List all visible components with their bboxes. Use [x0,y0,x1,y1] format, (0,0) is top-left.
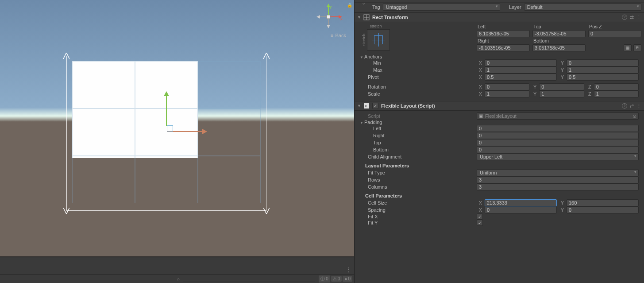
padding-bottom[interactable] [477,146,639,153]
help-icon[interactable]: ? [622,103,627,109]
spacing-y[interactable] [567,206,639,213]
svg-text:#: # [365,104,367,108]
padding-top[interactable] [477,139,639,146]
layout-parameters-heading: Layout Parameters [357,160,641,169]
info-icon: ⓘ [320,276,325,282]
axis-y-label: y [330,4,332,9]
padding-left[interactable] [477,125,639,132]
scale-z[interactable] [594,90,639,97]
panel-menu-icon[interactable]: ⋮ [345,266,351,273]
search-icon: ⌕ [177,276,180,281]
right-field[interactable] [477,44,530,51]
child-alignment-dropdown[interactable]: Upper Left [477,153,639,160]
error-icon: ● [344,276,347,281]
scene-view[interactable]: 🔒 y x ≡ Back [0,0,354,283]
rotation-z[interactable] [594,83,639,90]
orientation-gizmo[interactable]: y x ≡ Back [311,4,346,38]
anchor-min-x[interactable] [485,59,557,66]
svg-marker-5 [316,15,320,19]
cell-size-y[interactable] [567,199,639,206]
padding-right[interactable] [477,132,639,139]
fit-type-dropdown[interactable]: Uniform [477,169,639,176]
object-picker-icon[interactable]: ⊙ [632,113,636,119]
pivot-x[interactable] [485,74,557,81]
raw-edit-button[interactable]: R [633,44,641,51]
preset-icon[interactable]: ⇄ [630,15,634,20]
fold-icon[interactable]: ▼ [360,121,364,125]
bottom-field[interactable] [532,44,586,51]
anchor-min-y[interactable] [567,59,639,66]
rotation-y[interactable] [539,83,584,90]
stretch-h-label: stretch [370,24,382,28]
move-gizmo-xy[interactable] [167,125,173,132]
scale-x[interactable] [485,90,529,97]
tag-dropdown[interactable]: Untagged [383,4,500,11]
cell-parameters-heading: Cell Parameters [357,190,641,199]
inspector-panel: ⌄ Tag Untagged Layer Default ▼ Rect Tran… [354,0,644,283]
component-menu-icon[interactable]: ⋮ [636,15,641,20]
svg-marker-7 [327,25,330,28]
rect-transform-header[interactable]: ▼ Rect Transform ? ⇄ ⋮ [355,12,644,22]
rows-field[interactable] [477,176,639,183]
info-count[interactable]: ⓘ0 [319,275,330,283]
blueprint-mode-button[interactable]: ▦ [624,44,632,51]
cs-script-icon: ▣ [479,114,483,118]
tag-label: Tag [372,4,380,10]
pivot-y[interactable] [567,74,639,81]
layer-label: Layer [509,4,521,10]
left-field[interactable] [477,30,530,37]
warning-count[interactable]: ⚠0 [331,276,342,282]
posz-field[interactable] [588,30,641,37]
anchor-max-y[interactable] [567,66,639,74]
layer-dropdown[interactable]: Default [524,4,641,11]
flexible-layout-header[interactable]: ▼ # Flexible Layout (Script) ? ⇄ ⋮ [355,101,644,111]
top-field[interactable] [532,30,586,37]
anchor-preset-button[interactable] [367,29,390,50]
fold-icon: ▼ [357,15,361,19]
lock-icon[interactable]: 🔒 [347,3,352,8]
component-enabled-checkbox[interactable] [372,103,378,109]
fold-icon: ▼ [357,104,361,108]
svg-rect-8 [327,15,330,19]
rotation-x[interactable] [485,83,529,90]
back-button[interactable]: ≡ Back [311,33,346,38]
move-gizmo-y[interactable] [166,95,167,126]
help-icon[interactable]: ? [622,15,627,20]
anchor-max-x[interactable] [485,66,557,74]
fold-icon[interactable]: ▼ [360,55,364,59]
cell-size-x[interactable] [485,199,557,206]
scale-y[interactable] [539,90,584,97]
error-count[interactable]: ●0 [343,276,352,282]
anchor-handle-tl[interactable] [63,53,69,59]
menu-icon: ≡ [331,33,333,38]
component-menu-icon[interactable]: ⋮ [636,103,641,109]
script-reference[interactable]: ▣ FlexibleLayout ⊙ [477,112,639,120]
selection-outline[interactable] [66,56,266,211]
fit-y-checkbox[interactable] [477,220,483,226]
axis-x-label: x [340,17,343,21]
anchor-handle-tr[interactable] [263,53,270,59]
columns-field[interactable] [477,183,639,190]
preset-icon[interactable]: ⇄ [630,103,634,109]
anchor-handle-bl[interactable] [63,208,69,214]
spacing-x[interactable] [485,206,557,213]
warning-icon: ⚠ [333,276,337,281]
rect-transform-icon [363,14,370,20]
stretch-v-label: stretch [362,34,366,46]
fit-x-checkbox[interactable] [477,213,483,220]
project-search-input[interactable] [183,276,315,282]
script-icon: # [363,103,370,109]
anchor-handle-br[interactable] [263,208,270,214]
